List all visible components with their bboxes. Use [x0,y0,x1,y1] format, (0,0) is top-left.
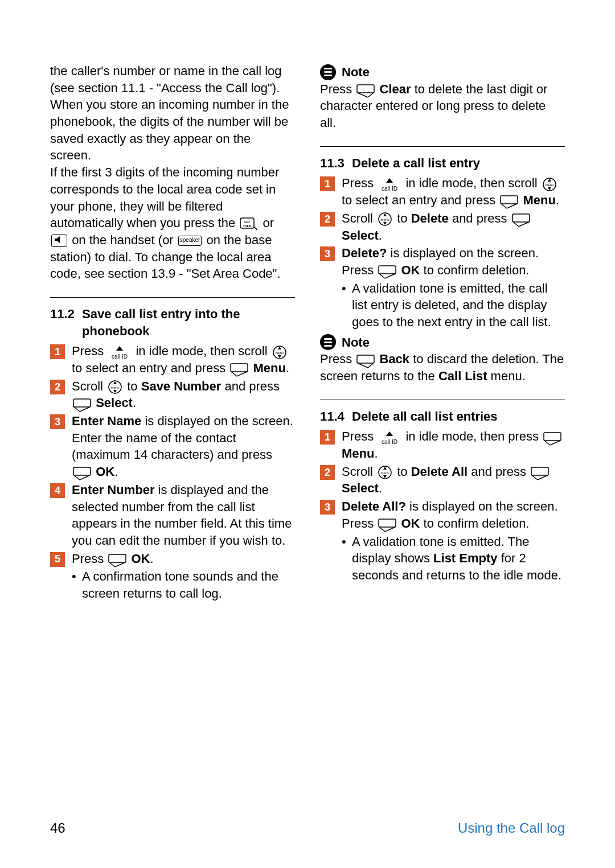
step-number: 4 [50,483,65,498]
step-number: 1 [320,176,335,191]
footer-title: Using the Call log [458,820,565,836]
step-11-3-3: 3 Delete? is displayed on the screen. Pr… [320,245,565,278]
step-number: 3 [50,414,65,429]
softkey-left-icon [73,467,91,478]
step-11-4-2: 2 Scroll to Delete All and press Select. [320,463,565,497]
divider [320,146,565,147]
step-11-3-1: 1 Press in idle mode, then scroll to sel… [320,175,565,208]
nav-key-icon [378,212,392,227]
intro-para-2: When you store an incoming number in the… [50,96,295,164]
note-2-body: Press Back to discard the deletion. The … [320,351,565,384]
step-number: 3 [320,500,335,515]
step-number: 1 [320,430,335,445]
left-column: the caller's number or name in the call … [50,63,295,602]
note-icon [320,334,336,350]
bullet-11-4: • A validation tone is emitted. The disp… [342,533,565,584]
softkey-left-icon [543,432,561,443]
section-11-4-heading: 11.4 Delete all call list entries [320,408,565,425]
nav-key-icon [108,380,122,394]
step-11-4-3: 3 Delete All? is displayed on the screen… [320,498,565,532]
bullet-11-2: • A confirmation tone sounds and the scr… [72,568,295,602]
step-11-2-5: 5 Press OK. [50,550,295,567]
softkey-left-icon [512,213,530,225]
softkey-left-icon [500,195,518,207]
note-2-heading: Note [320,334,565,351]
step-number: 3 [320,246,335,261]
softkey-left-icon [378,519,396,530]
handset-speaker-key-icon [51,235,67,247]
note-1-heading: Note [320,64,565,81]
softkey-left-icon [378,265,396,277]
softkey-left-icon [230,363,248,375]
step-number: 1 [50,344,65,359]
callid-key-icon [378,430,401,445]
softkey-left-icon [108,554,126,565]
note-icon [320,64,336,80]
divider [50,297,295,298]
right-column: Note Press Clear to delete the last digi… [320,63,565,602]
manual-page: the caller's number or name in the call … [0,0,615,868]
callid-key-icon [378,177,401,192]
step-number: 2 [50,380,65,394]
step-11-2-4: 4 Enter Number is displayed and the sele… [50,482,295,549]
callid-key-icon [108,345,131,360]
softkey-left-icon [531,467,549,478]
nav-key-icon [378,465,392,480]
step-11-3-2: 2 Scroll to Delete and press Select. [320,210,565,244]
step-number: 2 [320,465,335,480]
nav-key-icon [272,345,287,360]
section-11-2-heading: 11.2 Save call list entry into the phone… [50,306,295,339]
divider [320,400,565,400]
step-number: 2 [320,212,335,227]
page-footer: 46 Using the Call log [50,820,565,836]
step-11-2-2: 2 Scroll to Save Number and press Select… [50,378,295,412]
softkey-right-icon [356,355,375,366]
intro-para-3: If the first 3 digits of the incoming nu… [50,164,295,282]
page-number: 46 [50,820,65,836]
softkey-right-icon [356,84,375,96]
step-11-2-3: 3 Enter Name is displayed on the screen.… [50,413,295,480]
intro-para-1: the caller's number or name in the call … [50,63,295,96]
bullet-11-3: • A validation tone is emitted, the call… [342,280,565,331]
nav-key-icon [542,177,557,192]
step-11-2-1: 1 Press in idle mode, then scroll to sel… [50,343,295,376]
step-11-4-1: 1 Press in idle mode, then press Menu. [320,428,565,462]
talk-key-icon [240,217,258,230]
step-number: 5 [50,552,65,567]
speaker-key-icon: speaker [178,236,202,246]
note-1-body: Press Clear to delete the last digit or … [320,81,565,131]
section-11-3-heading: 11.3 Delete a call list entry [320,155,565,172]
softkey-left-icon [73,398,91,410]
